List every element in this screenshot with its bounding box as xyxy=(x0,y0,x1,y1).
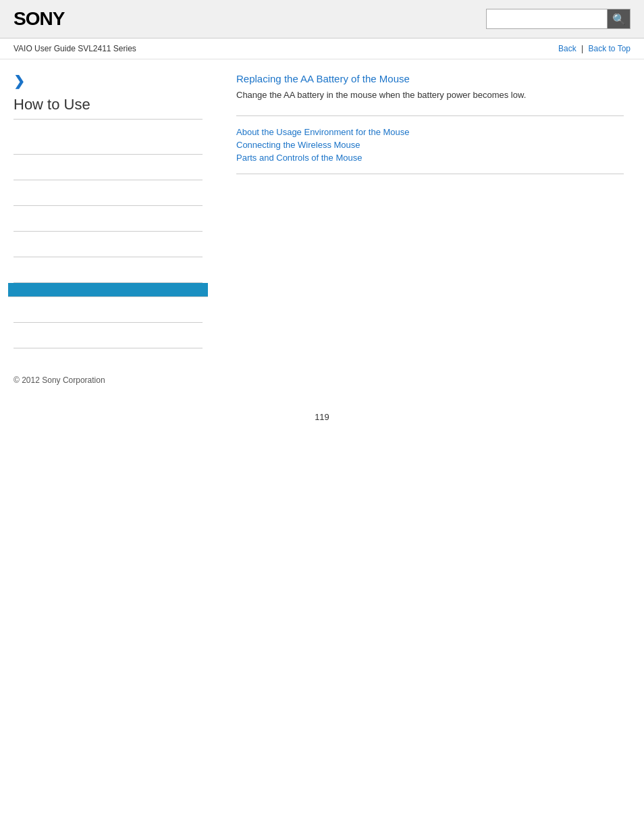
content-area: Replacing the AA Battery of the Mouse Ch… xyxy=(216,59,644,362)
search-area: 🔍 xyxy=(486,9,630,29)
list-item xyxy=(14,129,203,155)
search-icon: 🔍 xyxy=(612,13,626,26)
nav-links: Back | Back to Top xyxy=(558,44,630,53)
list-item: Connecting the Wireless Mouse xyxy=(236,140,624,150)
back-link[interactable]: Back xyxy=(558,44,576,53)
sidebar: ❯ How to Use xyxy=(0,59,216,362)
list-item xyxy=(14,232,203,257)
main-container: ❯ How to Use Replacing the AA Battery of… xyxy=(0,59,644,362)
content-divider xyxy=(236,115,624,116)
footer: © 2012 Sony Corporation xyxy=(0,362,644,398)
copyright-text: © 2012 Sony Corporation xyxy=(14,375,105,385)
header: SONY 🔍 xyxy=(0,0,644,38)
list-item xyxy=(14,206,203,232)
sub-link-parts[interactable]: Parts and Controls of the Mouse xyxy=(236,153,362,163)
sub-link-usage-env[interactable]: About the Usage Environment for the Mous… xyxy=(236,127,410,137)
list-item: About the Usage Environment for the Mous… xyxy=(236,127,624,137)
page-number: 119 xyxy=(0,398,644,436)
list-item xyxy=(14,257,203,283)
sidebar-title: How to Use xyxy=(14,96,203,120)
list-item: Parts and Controls of the Mouse xyxy=(236,153,624,163)
list-item-highlighted[interactable] xyxy=(8,283,208,297)
list-item xyxy=(14,155,203,180)
chevron-icon: ❯ xyxy=(14,73,203,89)
sub-header: VAIO User Guide SVL2411 Series Back | Ba… xyxy=(0,38,644,59)
list-item xyxy=(14,180,203,206)
search-button[interactable]: 🔍 xyxy=(608,9,630,29)
main-article-link[interactable]: Replacing the AA Battery of the Mouse xyxy=(236,73,624,84)
sony-logo: SONY xyxy=(14,8,64,30)
sub-link-wireless[interactable]: Connecting the Wireless Mouse xyxy=(236,140,360,150)
nav-separator: | xyxy=(581,44,585,53)
guide-title: VAIO User Guide SVL2411 Series xyxy=(14,44,136,53)
main-description: Change the AA battery in the mouse when … xyxy=(236,88,624,102)
list-item xyxy=(14,297,203,323)
back-to-top-link[interactable]: Back to Top xyxy=(589,44,630,53)
content-divider-bottom xyxy=(236,174,624,174)
search-input[interactable] xyxy=(486,9,608,29)
sub-links-list: About the Usage Environment for the Mous… xyxy=(236,127,624,163)
list-item xyxy=(14,323,203,348)
sidebar-links xyxy=(14,129,203,348)
